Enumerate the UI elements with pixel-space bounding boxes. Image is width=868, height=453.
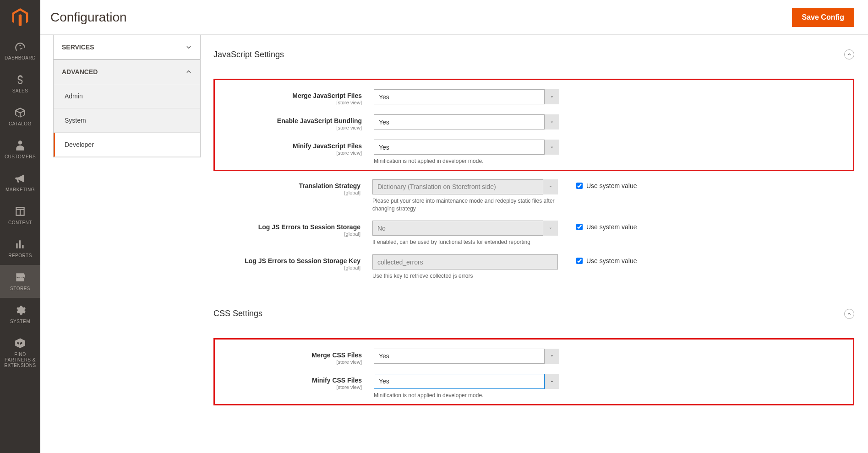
field-note: Minification is not applied in developer… [374, 157, 559, 165]
field-label: Merge CSS Files [247, 351, 362, 359]
collapse-toggle-icon [844, 49, 854, 59]
chevron-down-icon [186, 44, 192, 50]
page-title: Configuration [50, 10, 127, 25]
field-label: Merge JavaScript Files [220, 92, 362, 99]
section-header-js[interactable]: JavaScript Settings [213, 44, 854, 65]
field-scope: [store view] [220, 150, 362, 156]
megaphone-icon [14, 173, 26, 184]
nav-content[interactable]: CONTENT [0, 199, 40, 232]
main-layout: SERVICES ADVANCED Admin System Developer… [40, 35, 868, 453]
field-note: If enabled, can be used by functional te… [372, 238, 558, 246]
field-label: Log JS Errors to Session Storage Key [213, 257, 360, 264]
highlighted-js-fields: Merge JavaScript Files [store view] Enab… [213, 79, 854, 171]
minify-css-select[interactable] [374, 374, 559, 389]
field-label: Translation Strategy [213, 182, 360, 189]
use-system-label: Use system value [586, 257, 637, 264]
field-scope: [store view] [247, 384, 362, 390]
section-title: CSS Settings [213, 309, 262, 318]
partners-icon [14, 337, 26, 349]
merge-css-select[interactable] [374, 349, 559, 364]
dollar-icon [14, 74, 26, 86]
field-scope: [store view] [220, 100, 362, 105]
field-label: Minify CSS Files [247, 377, 362, 384]
nav-sales[interactable]: SALES [0, 67, 40, 100]
tab-item-admin[interactable]: Admin [54, 84, 200, 108]
field-minify-js: Minify JavaScript Files [store view] Min… [220, 140, 847, 165]
field-merge-js: Merge JavaScript Files [store view] [220, 89, 847, 105]
field-merge-css: Merge CSS Files [store view] [247, 349, 847, 365]
nav-reports[interactable]: REPORTS [0, 232, 40, 265]
chevron-up-icon [186, 69, 192, 75]
bars-icon [14, 238, 26, 250]
nav-label: STORES [10, 286, 30, 291]
admin-sidebar: DASHBOARD SALES CATALOG CUSTOMERS MARKET… [0, 0, 40, 453]
store-icon [14, 271, 26, 283]
logo-cell[interactable] [0, 0, 40, 34]
field-label: Minify JavaScript Files [220, 142, 362, 150]
field-label: Log JS Errors to Session Storage [213, 223, 360, 231]
use-system-checkbox[interactable] [576, 183, 583, 189]
tab-item-developer[interactable]: Developer [54, 133, 200, 157]
section-title: JavaScript Settings [213, 50, 284, 59]
nav-system[interactable]: SYSTEM [0, 298, 40, 331]
field-note: Use this key to retrieve collected js er… [372, 272, 558, 280]
nav-label: SALES [12, 88, 28, 94]
save-config-button[interactable]: Save Config [792, 8, 854, 27]
translation-select [372, 179, 558, 194]
tab-group-body: Admin System Developer [54, 84, 200, 157]
field-note: Minification is not applied in developer… [374, 392, 559, 399]
tab-group-label: ADVANCED [62, 68, 98, 76]
nav-label: FIND PARTNERS & EXTENSIONS [2, 352, 38, 368]
config-content: JavaScript Settings Merge JavaScript Fil… [201, 35, 868, 453]
field-scope: [store view] [220, 125, 362, 130]
box-icon [14, 107, 26, 119]
field-note: Please put your store into maintenance m… [372, 197, 558, 213]
nav-partners[interactable]: FIND PARTNERS & EXTENSIONS [0, 331, 40, 375]
nav-catalog[interactable]: CATALOG [0, 100, 40, 133]
field-log-key: Log JS Errors to Session Storage Key [gl… [213, 254, 854, 280]
config-tabs: SERVICES ADVANCED Admin System Developer [40, 35, 201, 453]
section-divider [213, 294, 854, 294]
nav-customers[interactable]: CUSTOMERS [0, 133, 40, 166]
person-icon [14, 140, 26, 151]
log-key-input [372, 254, 558, 270]
nav-dashboard[interactable]: DASHBOARD [0, 34, 40, 67]
log-errors-select [372, 221, 558, 236]
layout-icon [14, 205, 26, 217]
tab-group-header-advanced[interactable]: ADVANCED [54, 60, 200, 84]
tab-group-advanced: ADVANCED Admin System Developer [53, 60, 201, 157]
field-bundle-js: Enable JavaScript Bundling [store view] [220, 114, 847, 130]
nav-label: SYSTEM [10, 319, 30, 324]
field-translation-strategy: Translation Strategy [global] Please put… [213, 179, 854, 213]
field-scope: [store view] [247, 359, 362, 365]
use-system-label: Use system value [586, 182, 637, 189]
bundle-js-select[interactable] [374, 114, 559, 129]
tab-group-header-services[interactable]: SERVICES [54, 35, 200, 59]
nav-label: CUSTOMERS [5, 154, 36, 160]
nav-label: REPORTS [8, 253, 32, 259]
highlighted-css-fields: Merge CSS Files [store view] Minify CSS … [213, 338, 854, 405]
use-system-checkbox[interactable] [576, 224, 583, 230]
field-minify-css: Minify CSS Files [store view] Minificati… [247, 374, 847, 399]
gear-icon [14, 304, 26, 316]
nav-label: MARKETING [5, 187, 35, 193]
section-header-css[interactable]: CSS Settings [213, 303, 854, 324]
nav-stores[interactable]: STORES [0, 265, 40, 298]
nav-label: CONTENT [8, 220, 32, 226]
merge-js-select[interactable] [374, 89, 559, 104]
field-scope: [global] [213, 265, 360, 270]
tab-item-system[interactable]: System [54, 108, 200, 133]
use-system-checkbox[interactable] [576, 258, 583, 264]
gauge-icon [14, 41, 26, 53]
nav-marketing[interactable]: MARKETING [0, 166, 40, 199]
collapse-toggle-icon [844, 309, 854, 319]
magento-logo-icon [12, 8, 28, 27]
nav-label: CATALOG [9, 121, 32, 127]
field-scope: [global] [213, 231, 360, 237]
field-scope: [global] [213, 190, 360, 195]
field-label: Enable JavaScript Bundling [220, 117, 362, 124]
nav-label: DASHBOARD [5, 55, 36, 61]
minify-js-select[interactable] [374, 140, 559, 155]
page-header: Configuration Save Config [40, 0, 868, 35]
tab-group-label: SERVICES [62, 43, 94, 51]
